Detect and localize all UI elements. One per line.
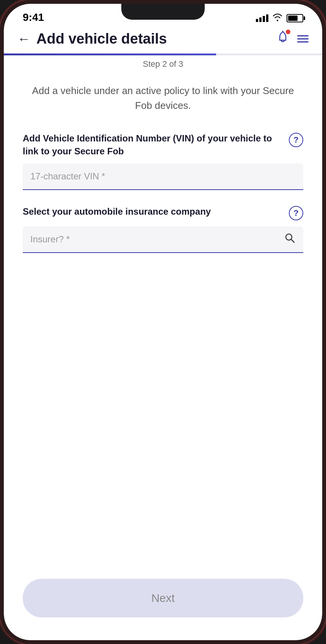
step-label: Step 2 of 3 (4, 59, 322, 69)
insurer-help-button[interactable]: ? (289, 206, 303, 220)
notch (121, 4, 205, 20)
phone-frame: 9:41 (0, 0, 326, 644)
progress-track (4, 53, 322, 55)
page-title: Add vehicle details (36, 31, 167, 47)
insurer-section: Select your automobile insurance company… (23, 205, 303, 253)
vin-help-button[interactable]: ? (289, 133, 303, 147)
progress-container: Step 2 of 3 (4, 53, 322, 72)
signal-icon (256, 14, 268, 22)
status-time: 9:41 (23, 11, 44, 24)
back-button[interactable]: ← (17, 31, 30, 46)
bottom-container: Next (4, 567, 322, 640)
insurer-input-container (23, 226, 303, 253)
wifi-icon (272, 13, 283, 24)
vin-label-row: Add Vehicle Identification Number (VIN) … (23, 132, 303, 157)
notification-bell-button[interactable] (276, 30, 290, 47)
main-content: Add a vehicle under an active policy to … (4, 72, 322, 567)
header: ← Add vehicle details (4, 27, 322, 53)
notification-badge (285, 29, 291, 35)
insurer-search-input[interactable] (23, 226, 284, 252)
vin-label: Add Vehicle Identification Number (VIN) … (23, 132, 289, 157)
status-icons (256, 13, 303, 24)
header-right (276, 30, 309, 47)
svg-line-2 (291, 239, 294, 242)
header-left: ← Add vehicle details (17, 31, 167, 47)
insurer-label: Select your automobile insurance company (23, 205, 289, 218)
vin-input-container (23, 163, 303, 190)
search-icon (284, 232, 303, 247)
insurer-label-row: Select your automobile insurance company… (23, 205, 303, 220)
battery-icon (287, 14, 303, 22)
menu-button[interactable] (297, 35, 309, 42)
next-button[interactable]: Next (23, 579, 303, 617)
vin-input[interactable] (23, 163, 303, 190)
progress-fill (4, 53, 216, 55)
phone-screen: 9:41 (4, 4, 322, 640)
vin-section: Add Vehicle Identification Number (VIN) … (23, 132, 303, 190)
description-text: Add a vehicle under an active policy to … (23, 83, 303, 113)
